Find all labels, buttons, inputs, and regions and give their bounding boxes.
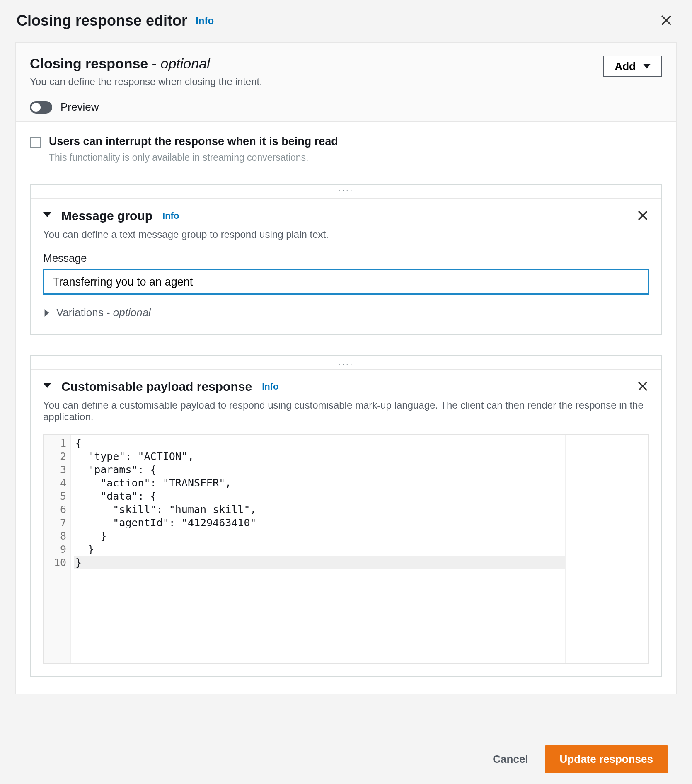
preview-toggle[interactable] xyxy=(30,101,52,114)
preview-toggle-label: Preview xyxy=(60,101,99,114)
line-number: 9 xyxy=(44,543,66,556)
payload-header: Customisable payload response Info xyxy=(31,370,661,397)
line-number: 5 xyxy=(44,490,66,503)
add-button-label: Add xyxy=(615,60,636,73)
panel-header: Closing response - optional You can defi… xyxy=(16,43,676,122)
collapse-toggle[interactable] xyxy=(43,211,51,221)
panel-body: Users can interrupt the response when it… xyxy=(16,122,676,694)
variations-toggle[interactable]: Variations - optional xyxy=(43,306,649,319)
line-number: 3 xyxy=(44,463,66,477)
line-number: 4 xyxy=(44,477,66,490)
line-number: 8 xyxy=(44,530,66,543)
payload-card: :::: Customisable payload response Info … xyxy=(30,355,662,677)
update-responses-button[interactable]: Update responses xyxy=(545,745,668,773)
code-line[interactable]: "agentId": "4129463410" xyxy=(74,516,565,530)
payload-description: You can define a customisable payload to… xyxy=(31,397,661,429)
code-line[interactable]: "type": "ACTION", xyxy=(74,450,565,463)
add-button[interactable]: Add xyxy=(603,56,662,77)
interrupt-label: Users can interrupt the response when it… xyxy=(49,135,338,148)
closing-response-editor-modal: Closing response editor Info Closing res… xyxy=(0,0,692,784)
code-gutter: 12345678910 xyxy=(44,435,71,663)
code-line[interactable]: "params": { xyxy=(74,463,565,477)
interrupt-row: Users can interrupt the response when it… xyxy=(30,135,662,148)
caret-right-icon xyxy=(43,309,51,317)
message-group-title: Message group xyxy=(61,209,152,223)
message-group-description: You can define a text message group to r… xyxy=(31,226,661,247)
close-icon xyxy=(636,209,649,222)
drag-handle[interactable]: :::: xyxy=(31,356,661,370)
variations-label: Variations - optional xyxy=(56,306,151,319)
caret-down-icon xyxy=(43,211,51,219)
line-number: 7 xyxy=(44,516,66,530)
panel-title: Closing response - optional xyxy=(30,56,262,72)
code-line[interactable]: } xyxy=(74,530,565,543)
modal-info-link[interactable]: Info xyxy=(196,15,214,27)
modal-footer: Cancel Update responses xyxy=(0,734,692,784)
modal-close-button[interactable] xyxy=(657,12,675,30)
modal-header: Closing response editor Info xyxy=(0,0,692,42)
code-area[interactable]: { "type": "ACTION", "params": { "action"… xyxy=(71,435,565,663)
code-line[interactable]: } xyxy=(74,556,565,569)
code-line[interactable]: "data": { xyxy=(74,490,565,503)
message-input[interactable] xyxy=(43,269,649,295)
message-field-label: Message xyxy=(43,252,649,265)
payload-code-editor[interactable]: 12345678910 { "type": "ACTION", "params"… xyxy=(44,435,648,663)
payload-info-link[interactable]: Info xyxy=(262,381,278,392)
panel-description: You can define the response when closing… xyxy=(30,76,262,87)
preview-row: Preview xyxy=(30,101,662,114)
code-minimap xyxy=(565,435,648,663)
message-group-header: Message group Info xyxy=(31,199,661,226)
remove-payload-button[interactable] xyxy=(636,380,649,394)
code-line[interactable]: "action": "TRANSFER", xyxy=(74,477,565,490)
closing-response-panel: Closing response - optional You can defi… xyxy=(15,42,677,694)
payload-code-editor-wrap: 12345678910 { "type": "ACTION", "params"… xyxy=(43,434,649,664)
modal-title: Closing response editor xyxy=(17,12,187,29)
message-group-info-link[interactable]: Info xyxy=(162,211,179,221)
line-number: 2 xyxy=(44,450,66,463)
code-line[interactable]: { xyxy=(74,437,565,450)
line-number: 1 xyxy=(44,437,66,450)
remove-message-group-button[interactable] xyxy=(636,209,649,223)
chevron-down-icon xyxy=(643,63,651,70)
close-icon xyxy=(636,380,649,392)
payload-title: Customisable payload response xyxy=(61,380,252,394)
line-number: 10 xyxy=(44,556,66,569)
code-line[interactable]: } xyxy=(74,543,565,556)
interrupt-sublabel: This functionality is only available in … xyxy=(49,152,662,163)
close-icon xyxy=(660,14,673,27)
interrupt-checkbox[interactable] xyxy=(30,137,41,148)
collapse-toggle[interactable] xyxy=(43,381,51,392)
code-line[interactable]: "skill": "human_skill", xyxy=(74,503,565,516)
message-group-card: :::: Message group Info You can define a… xyxy=(30,184,662,335)
caret-down-icon xyxy=(43,381,51,390)
cancel-button[interactable]: Cancel xyxy=(490,747,530,772)
drag-handle[interactable]: :::: xyxy=(31,185,661,199)
line-number: 6 xyxy=(44,503,66,516)
